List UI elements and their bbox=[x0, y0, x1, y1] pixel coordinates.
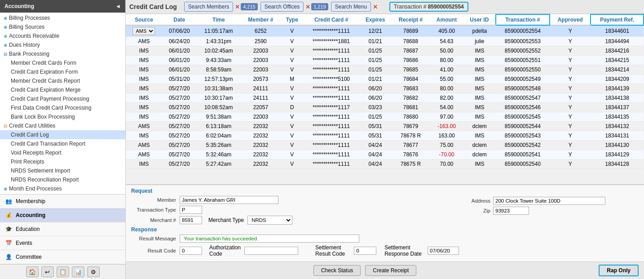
table-row[interactable]: AMS05/27/205:35:26am22032V************11… bbox=[126, 141, 644, 150]
nav-item-membership[interactable]: 👥Membership bbox=[0, 195, 125, 208]
table-row[interactable]: IMS05/31/2012:57:13pm20573M************5… bbox=[126, 75, 644, 84]
sidebar-item-month-end[interactable]: ⊕Month End Processes bbox=[0, 184, 125, 193]
footer-icon-3[interactable]: 📊 bbox=[72, 266, 84, 277]
member-input[interactable] bbox=[180, 196, 278, 204]
table-row[interactable]: AMS05/27/205:32:46am22032V************11… bbox=[126, 150, 644, 159]
time-cell: 9:51:38am bbox=[197, 112, 241, 122]
sidebar-item-billing-sources[interactable]: ⊕Billing Sources bbox=[0, 22, 125, 31]
source-select[interactable]: AMSIMS bbox=[132, 27, 155, 35]
sidebar-item-member-credit-form[interactable]: Member Credit Cards Form bbox=[0, 58, 125, 67]
address-input[interactable] bbox=[493, 197, 605, 205]
member-cell: 22003 bbox=[241, 56, 281, 65]
footer-icon-2[interactable]: 📋 bbox=[57, 266, 69, 277]
source-cell: IMS bbox=[126, 56, 162, 65]
expires-cell: 06/20 bbox=[359, 84, 392, 93]
sidebar-item-bank-lockbox[interactable]: Bank Lock Box Processing bbox=[0, 112, 125, 121]
col-header-receipt: Receipt # bbox=[392, 14, 430, 25]
sidebar-collapse-icon[interactable]: ◄ bbox=[115, 3, 121, 9]
sidebar-item-nrds-reconciliation[interactable]: NRDS Reconciliation Report bbox=[0, 175, 125, 184]
zip-input[interactable] bbox=[493, 207, 529, 215]
payment-ref-cell: 18344601 bbox=[591, 25, 644, 37]
receipt-cell: 78677 bbox=[392, 141, 430, 150]
type-cell: V bbox=[281, 150, 304, 159]
table-row[interactable]: IMS06/01/209:43:33am22003V************11… bbox=[126, 56, 644, 65]
sidebar-item-cc-expiration-form[interactable]: Credit Card Expiration Form bbox=[0, 67, 125, 76]
cc-cell: ************1111 bbox=[304, 122, 359, 131]
settlement-result-input[interactable] bbox=[354, 247, 376, 255]
sidebar-item-cc-expiration-merge[interactable]: Credit Card Expiration Merge bbox=[0, 85, 125, 94]
sidebar-item-accounts-receivable[interactable]: ⊕Accounts Receivable bbox=[0, 31, 125, 40]
table-row[interactable]: AMSIMS07/06/2011:05:17am6252V***********… bbox=[126, 25, 644, 37]
expires-cell: 12/21 bbox=[359, 25, 392, 37]
credit-card-table: SourceDateTimeMember #TypeCredit Card #E… bbox=[126, 14, 644, 169]
userid-cell: dclem bbox=[463, 150, 496, 159]
sidebar-item-cc-transaction-report[interactable]: Credit Card Transaction Report bbox=[0, 139, 125, 148]
bottom-right: Address Zip bbox=[468, 188, 639, 259]
footer-icon-1[interactable]: ↩ bbox=[41, 266, 54, 277]
time-cell: 10:08:52am bbox=[197, 103, 241, 112]
sidebar-item-cc-payment-processing[interactable]: Credit Card Payment Processing bbox=[0, 94, 125, 103]
sidebar-item-first-data[interactable]: First Data Credit Card Processing bbox=[0, 103, 125, 112]
table-row[interactable]: IMS06/01/208:58:59am22003V************11… bbox=[126, 65, 644, 75]
table-row[interactable]: IMS05/27/2010:31:38am24111V************1… bbox=[126, 84, 644, 93]
result-code-input[interactable] bbox=[180, 247, 202, 255]
search-offices-button[interactable]: Search Offices bbox=[260, 2, 304, 12]
userid-cell: julie bbox=[463, 37, 496, 46]
userid-cell: IMS bbox=[463, 56, 496, 65]
sidebar-icon-accounts-receivable: ⊕ bbox=[4, 34, 7, 39]
table-row[interactable]: IMS05/27/206:02:04am22032V************11… bbox=[126, 131, 644, 141]
transaction-type-input[interactable] bbox=[180, 206, 202, 214]
merchant-type-select[interactable]: NRDSAMSIMS bbox=[247, 216, 292, 225]
table-row[interactable]: AMS06/24/201:43:31pm2590V************188… bbox=[126, 37, 644, 46]
sidebar-item-print-receipts[interactable]: Print Receipts bbox=[0, 157, 125, 166]
expires-cell: 05/31 bbox=[359, 131, 392, 141]
sidebar-item-cc-log[interactable]: Credit Card Log bbox=[0, 130, 125, 139]
merchant-input[interactable] bbox=[180, 216, 202, 224]
sidebar-item-cc-utilities[interactable]: ⊟Credit Card Utilities bbox=[0, 121, 125, 130]
cc-cell: ************1111 bbox=[304, 112, 359, 122]
nav-item-accounting[interactable]: 💰Accounting bbox=[0, 208, 125, 222]
sidebar-title: Accounting bbox=[4, 3, 34, 9]
topbar: Credit Card Log Search Members ✕ 4,215 S… bbox=[126, 0, 644, 14]
auth-code-input[interactable] bbox=[244, 247, 298, 255]
search-offices-close[interactable]: ✕ bbox=[305, 4, 310, 10]
create-receipt-button[interactable]: Create Receipt bbox=[365, 265, 416, 276]
sidebar-icon-cc-utilities: ⊟ bbox=[4, 124, 7, 128]
table-row[interactable]: IMS05/27/205:27:42am22032V************11… bbox=[126, 159, 644, 169]
footer-icon-0[interactable]: 🏠 bbox=[26, 266, 39, 277]
merchant-label: Merchant # bbox=[131, 217, 176, 223]
search-menu-close[interactable]: ✕ bbox=[373, 4, 378, 10]
sidebar-header: Accounting ◄ bbox=[0, 0, 125, 13]
search-members-close[interactable]: ✕ bbox=[235, 4, 240, 10]
receipt-cell: 78681 bbox=[392, 103, 430, 112]
settlement-response-label: Settlement Response Date bbox=[384, 244, 422, 257]
table-row[interactable]: IMS05/27/209:51:38am22003V************11… bbox=[126, 112, 644, 122]
sidebar-item-nrds-settlement[interactable]: NRDS Settlement Import bbox=[0, 166, 125, 175]
sidebar-item-member-credit-report[interactable]: Member Credit Cards Report bbox=[0, 76, 125, 85]
table-row[interactable]: IMS05/27/2010:30:17am24111V************1… bbox=[126, 93, 644, 103]
nav-icon-committee: 👤 bbox=[5, 254, 12, 260]
nav-item-committee[interactable]: 👤Committee bbox=[0, 250, 125, 264]
sidebar-item-dues-history[interactable]: ⊕Dues History bbox=[0, 40, 125, 49]
nav-item-education[interactable]: 🎓Education bbox=[0, 222, 125, 236]
settlement-response-input[interactable] bbox=[428, 247, 459, 255]
sidebar-item-billing-processes[interactable]: ⊕Billing Processes bbox=[0, 13, 125, 22]
table-row[interactable]: IMS05/27/2010:08:52am22057D************1… bbox=[126, 103, 644, 112]
sidebar-label-cc-expiration-merge: Credit Card Expiration Merge bbox=[11, 87, 80, 93]
source-cell: IMS bbox=[126, 159, 162, 169]
source-cell: IMS bbox=[126, 103, 162, 112]
transaction-cell: 859000052551 bbox=[496, 56, 550, 65]
cc-cell: ************5100 bbox=[304, 75, 359, 84]
footer-icon-4[interactable]: ⚙ bbox=[87, 266, 100, 277]
check-status-button[interactable]: Check Status bbox=[313, 265, 361, 276]
table-row[interactable]: IMS06/01/2010:02:45am22003V************1… bbox=[126, 46, 644, 56]
bottom-panel: Request Member Transaction Type Merchant… bbox=[126, 184, 644, 261]
cc-cell: ************1111 bbox=[304, 93, 359, 103]
search-members-button[interactable]: Search Members bbox=[184, 2, 233, 12]
rap-only-button[interactable]: Rap Only bbox=[599, 265, 639, 276]
search-menu-button[interactable]: Search Menu bbox=[331, 2, 371, 12]
table-row[interactable]: AMS05/27/206:13:18am22032V************11… bbox=[126, 122, 644, 131]
nav-item-events[interactable]: 📅Events bbox=[0, 236, 125, 250]
sidebar-item-void-receipts[interactable]: Void Receipts Report bbox=[0, 148, 125, 157]
sidebar-item-bank-processing[interactable]: ⊟Bank Processing bbox=[0, 49, 125, 58]
